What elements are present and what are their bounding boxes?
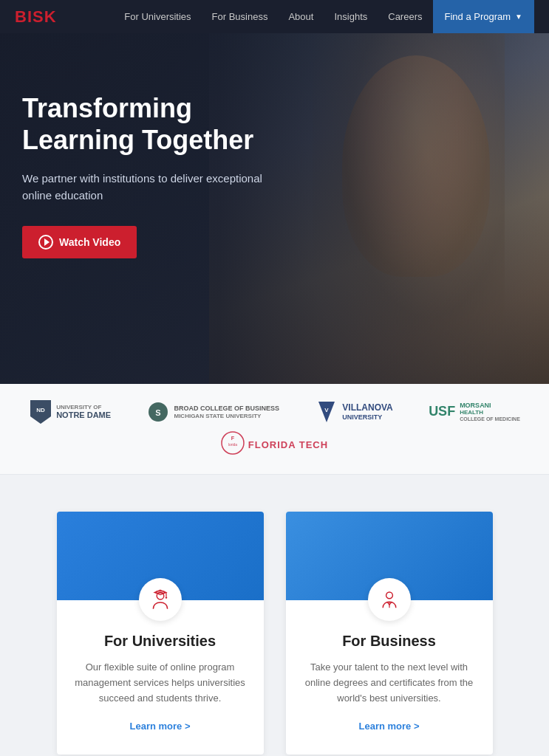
find-program-label: Find a Program bbox=[445, 11, 511, 22]
florida-tech-icon: F lorida bbox=[221, 431, 245, 458]
hero-content: Transforming Learning Together We partne… bbox=[0, 33, 310, 288]
universities-card-header bbox=[57, 512, 264, 600]
nav-links: For Universities For Business About Insi… bbox=[114, 0, 534, 33]
msu-text: Broad College of Business Michigan State… bbox=[174, 405, 279, 419]
site-logo[interactable]: BISK bbox=[15, 7, 57, 27]
logo-accent: B bbox=[15, 7, 27, 26]
business-card-description: Take your talent to the next level with … bbox=[304, 660, 475, 706]
usf-text-block: USF MORSANI HEALTH COLLEGE OF MEDICINE bbox=[429, 402, 520, 423]
notre-dame-shield-icon: ND bbox=[29, 400, 52, 424]
florida-tech-text: FLORIDA TECH bbox=[248, 439, 328, 450]
watch-video-label: Watch Video bbox=[59, 236, 120, 248]
nav-careers[interactable]: Careers bbox=[378, 0, 432, 33]
universities-card-description: Our flexible suite of online program man… bbox=[75, 660, 246, 706]
partner-logos-section: ND UNIVERSITY OF NOTRE DAME S Broad Coll… bbox=[0, 384, 549, 475]
svg-text:V: V bbox=[325, 407, 330, 413]
svg-point-13 bbox=[386, 592, 392, 599]
hero-section: Transforming Learning Together We partne… bbox=[0, 33, 549, 384]
usf-logo: USF MORSANI HEALTH COLLEGE OF MEDICINE bbox=[429, 402, 520, 423]
notre-dame-logo: ND UNIVERSITY OF NOTRE DAME bbox=[29, 400, 111, 424]
svg-text:ND: ND bbox=[36, 407, 45, 413]
watch-video-button[interactable]: Watch Video bbox=[22, 226, 137, 258]
logo-text: ISK bbox=[27, 7, 57, 26]
msu-icon: S bbox=[146, 400, 170, 424]
hero-title: Transforming Learning Together bbox=[22, 92, 288, 156]
svg-text:lorida: lorida bbox=[228, 442, 237, 447]
business-card-title: For Business bbox=[304, 633, 475, 650]
villanova-text: VILLANOVA UNIVERSITY bbox=[342, 402, 392, 421]
business-card-body: For Business Take your talent to the nex… bbox=[286, 600, 493, 755]
svg-point-12 bbox=[165, 597, 166, 598]
universities-learn-more-link[interactable]: Learn more > bbox=[129, 721, 190, 732]
play-triangle-icon bbox=[44, 238, 50, 246]
nav-insights[interactable]: Insights bbox=[324, 0, 378, 33]
business-card: For Business Take your talent to the nex… bbox=[286, 512, 493, 755]
notre-dame-text: UNIVERSITY OF NOTRE DAME bbox=[56, 404, 111, 421]
business-card-icon-circle bbox=[368, 578, 411, 621]
chevron-down-icon: ▼ bbox=[515, 13, 522, 21]
nav-about[interactable]: About bbox=[278, 0, 324, 33]
universities-card: For Universities Our flexible suite of o… bbox=[57, 512, 264, 755]
navbar: BISK For Universities For Business About… bbox=[0, 0, 549, 33]
nav-for-universities[interactable]: For Universities bbox=[114, 0, 201, 33]
svg-text:S: S bbox=[156, 408, 161, 417]
villanova-logo: V VILLANOVA UNIVERSITY bbox=[315, 400, 392, 424]
business-person-icon bbox=[378, 588, 401, 611]
business-learn-more-link[interactable]: Learn more > bbox=[358, 721, 419, 732]
villanova-icon: V bbox=[315, 400, 338, 424]
graduation-icon bbox=[149, 588, 172, 611]
hero-subtitle: We partner with institutions to deliver … bbox=[22, 171, 288, 204]
universities-card-icon-circle bbox=[139, 578, 182, 621]
universities-card-title: For Universities bbox=[75, 633, 246, 650]
find-program-button[interactable]: Find a Program ▼ bbox=[433, 0, 535, 33]
play-icon bbox=[38, 235, 53, 250]
nav-for-business[interactable]: For Business bbox=[202, 0, 279, 33]
msu-logo: S Broad College of Business Michigan Sta… bbox=[146, 400, 279, 424]
svg-text:F: F bbox=[231, 436, 235, 441]
florida-tech-logo: F lorida FLORIDA TECH bbox=[221, 431, 328, 458]
universities-card-body: For Universities Our flexible suite of o… bbox=[57, 600, 264, 755]
feature-cards-section: For Universities Our flexible suite of o… bbox=[0, 475, 549, 756]
business-card-header bbox=[286, 512, 493, 600]
